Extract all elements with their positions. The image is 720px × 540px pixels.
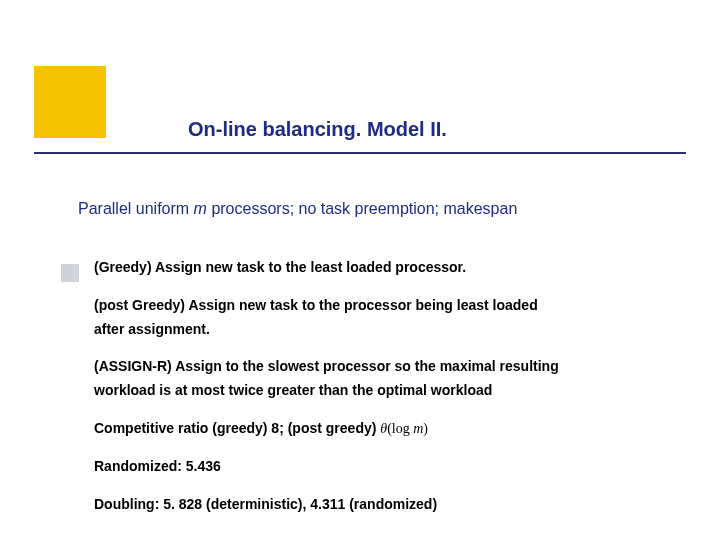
log-text: log (392, 421, 413, 436)
post-greedy-block: (post Greedy) Assign new task to the pro… (94, 294, 684, 342)
slide: On-line balancing. Model II. Parallel un… (0, 0, 720, 540)
accent-square-small (61, 264, 79, 282)
competitive-line: Competitive ratio (greedy) 8; (post gree… (94, 417, 684, 441)
subtitle-prefix: Parallel uniform (78, 200, 194, 217)
assign-r-block: (ASSIGN-R) Assign to the slowest process… (94, 355, 684, 403)
m-var: m (413, 421, 423, 436)
post-greedy-line2: after assignment. (94, 321, 210, 337)
title-underline (34, 152, 686, 154)
competitive-prefix: Competitive ratio (greedy) 8; (post gree… (94, 420, 380, 436)
accent-square-large (34, 66, 106, 138)
subtitle-m: m (194, 200, 207, 217)
subtitle-suffix: processors; no task preemption; makespan (207, 200, 517, 217)
close-paren: ) (423, 421, 428, 436)
assign-r-line1: (ASSIGN-R) Assign to the slowest process… (94, 358, 559, 374)
slide-title: On-line balancing. Model II. (188, 118, 447, 141)
doubling-line: Doubling: 5. 828 (deterministic), 4.311 … (94, 493, 684, 517)
slide-body: (Greedy) Assign new task to the least lo… (94, 256, 684, 530)
assign-r-line2: workload is at most twice greater than t… (94, 382, 492, 398)
competitive-formula: θ(log m) (380, 421, 428, 436)
greedy-line: (Greedy) Assign new task to the least lo… (94, 256, 684, 280)
slide-subtitle: Parallel uniform m processors; no task p… (78, 200, 517, 218)
randomized-line: Randomized: 5.436 (94, 455, 684, 479)
post-greedy-line1: (post Greedy) Assign new task to the pro… (94, 297, 538, 313)
